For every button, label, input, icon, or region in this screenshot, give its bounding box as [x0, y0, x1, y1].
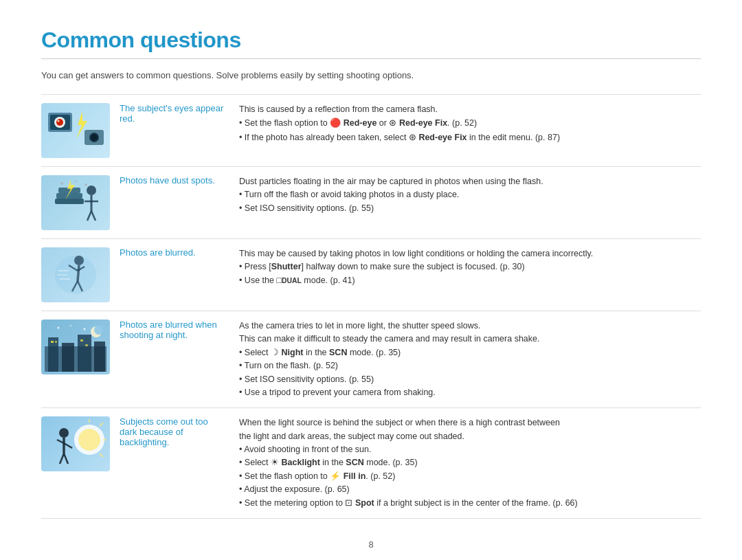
svg-point-42: [58, 327, 60, 329]
title-divider: [41, 58, 701, 59]
night-svg: [45, 322, 106, 372]
page-title: Common questions: [41, 27, 701, 53]
solution-night: As the camera tries to let in more light…: [234, 311, 701, 408]
table-row: Photos are blurred when shooting at nigh…: [41, 311, 701, 408]
blur-svg: [45, 250, 106, 300]
image-cell-night: [41, 311, 117, 408]
backlight-svg: [45, 419, 106, 469]
table-row: The subject's eyes appear red. This is c…: [41, 95, 701, 167]
svg-line-16: [91, 211, 95, 221]
svg-rect-38: [80, 339, 83, 341]
problem-blur: Photos are blurred.: [117, 239, 234, 311]
svg-point-47: [59, 428, 69, 438]
illustration-blur: [41, 247, 110, 302]
table-row: Subjects come out too dark because of ba…: [41, 408, 701, 519]
solution-redeye: This is caused by a reflection from the …: [234, 95, 701, 167]
faq-table: The subject's eyes appear red. This is c…: [41, 94, 701, 519]
table-row: Photos are blurred. This may be caused b…: [41, 239, 701, 311]
redeye-svg: [45, 106, 106, 155]
problem-night: Photos are blurred when shooting at nigh…: [117, 311, 234, 408]
image-cell-redeye: [41, 95, 117, 167]
page-number: 8: [41, 539, 701, 550]
svg-rect-33: [62, 343, 74, 372]
svg-point-12: [87, 186, 96, 195]
svg-point-18: [60, 182, 63, 185]
image-cell-blur: [41, 239, 117, 311]
svg-point-22: [74, 256, 84, 265]
image-cell-dust: [41, 167, 117, 239]
svg-point-8: [91, 134, 98, 141]
svg-rect-39: [85, 344, 88, 346]
dust-svg: [45, 178, 106, 227]
illustration-redeye: [41, 103, 110, 158]
svg-rect-35: [94, 341, 105, 372]
solution-backlight: When the light source is behind the subj…: [234, 408, 701, 519]
svg-line-51: [60, 453, 64, 464]
page-subtitle: You can get answers to common questions.…: [41, 70, 701, 80]
solution-dust: Dust particles floating in the air may b…: [234, 167, 701, 239]
svg-point-3: [56, 119, 63, 126]
svg-point-41: [94, 325, 104, 335]
svg-line-50: [64, 443, 72, 448]
svg-line-15: [87, 211, 91, 221]
illustration-night: [41, 320, 110, 374]
svg-point-44: [84, 328, 86, 331]
svg-point-46: [78, 429, 100, 451]
illustration-dust: [41, 175, 110, 230]
svg-point-20: [85, 183, 87, 186]
illustration-backlight: [41, 416, 110, 471]
svg-rect-10: [56, 193, 82, 199]
table-row: Photos have dust spots. Dust particles f…: [41, 167, 701, 239]
svg-point-19: [75, 181, 77, 183]
image-cell-backlight: [41, 408, 117, 519]
svg-line-52: [64, 453, 68, 464]
svg-line-54: [100, 423, 103, 426]
solution-blur: This may be caused by taking photos in l…: [234, 239, 701, 311]
svg-rect-36: [51, 341, 54, 343]
problem-backlight: Subjects come out too dark because of ba…: [117, 408, 234, 519]
svg-line-56: [100, 453, 103, 457]
problem-redeye: The subject's eyes appear red.: [117, 95, 234, 167]
svg-rect-34: [78, 335, 91, 372]
svg-line-23: [78, 265, 79, 281]
svg-rect-9: [55, 199, 84, 204]
svg-point-43: [70, 325, 71, 326]
svg-point-4: [58, 120, 60, 122]
svg-rect-37: [55, 341, 57, 343]
problem-dust: Photos have dust spots.: [117, 167, 234, 239]
